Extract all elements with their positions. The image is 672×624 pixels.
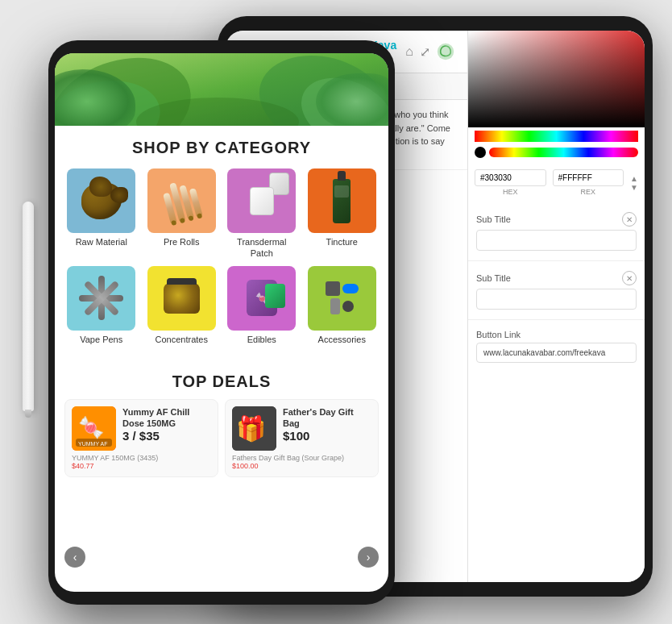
tridant-small-icon: [437, 43, 454, 60]
category-img-accessories: [308, 266, 376, 331]
category-label-accessories: Accessories: [318, 334, 366, 345]
deal-name-2: Father's Day Gift Bag: [283, 406, 371, 430]
svg-text:🎁: 🎁: [236, 414, 267, 443]
sub-title-section-2: Sub Title ✕: [468, 261, 645, 320]
deal-footer-name-1: YUMMY AF 150MG (3435): [72, 454, 211, 462]
category-label-vape-pens: Vape Pens: [80, 334, 122, 345]
category-img-vape-pens: [67, 266, 135, 331]
back-header-icons: ⌂ ⤢: [405, 43, 454, 60]
deal-footer-price-1: $40.77: [72, 462, 211, 470]
front-header-image: [55, 53, 388, 126]
top-deals-section: TOP DEALS 🍬 YUMMY AF: [55, 364, 388, 485]
category-img-raw-material: [67, 168, 135, 233]
gummies-product-svg: 🍬 YUMMY AF: [72, 406, 116, 451]
category-label-edibles: Edibles: [247, 334, 276, 345]
color-hue-bar[interactable]: [475, 131, 638, 142]
button-link-label: Button Link: [476, 330, 637, 339]
edibles-icon: 🍬: [247, 280, 277, 316]
gift-product-svg: 🎁: [232, 406, 276, 451]
value-down-btn[interactable]: ▼: [630, 183, 638, 192]
deal-footer-price-2: $100.00: [232, 462, 371, 470]
deal-price-2: $100: [283, 429, 371, 443]
category-item-transdermal-patch[interactable]: Transdermal Patch: [225, 168, 299, 260]
category-item-accessories[interactable]: Accessories: [305, 266, 380, 345]
home-icon[interactable]: ⌂: [405, 44, 413, 59]
expand-icon[interactable]: ⤢: [420, 44, 430, 60]
accessories-icon: [320, 281, 364, 314]
category-item-concentrates[interactable]: Concentrates: [145, 266, 219, 345]
hex-input[interactable]: [475, 169, 546, 186]
category-img-tincture: [308, 168, 376, 233]
value-up-btn[interactable]: ▲: [630, 174, 638, 183]
stylus: [23, 202, 34, 411]
color-picker-panel: HEX REX ▲ ▼ Sub Title ✕: [467, 31, 645, 582]
category-item-tincture[interactable]: Tincture: [305, 168, 380, 260]
category-item-raw-material[interactable]: Raw Material: [64, 168, 139, 260]
category-img-edibles: 🍬: [227, 266, 296, 331]
category-label-tincture: Tincture: [326, 236, 358, 248]
sub-title-section-1: Sub Title ✕: [468, 202, 645, 261]
category-img-concentrates: [147, 266, 216, 331]
vape-pens-icon: [79, 276, 123, 320]
rex-input[interactable]: [553, 169, 624, 186]
svg-text:YUMMY AF: YUMMY AF: [78, 441, 107, 447]
black-swatch[interactable]: [475, 147, 486, 158]
tablet-front: SHOP BY CATEGORY Raw Material: [48, 40, 395, 605]
sub-title-2-label: Sub Title ✕: [476, 271, 637, 285]
shop-by-category-title: SHOP BY CATEGORY: [64, 139, 379, 157]
header-leaves-svg: [55, 53, 388, 126]
category-grid-row1: Raw Material Pre: [64, 168, 379, 260]
svg-text:🍬: 🍬: [78, 414, 105, 440]
top-deals-title: TOP DEALS: [64, 372, 379, 391]
deal-footer-1: YUMMY AF 150MG (3435) $40.77: [72, 454, 211, 470]
concentrates-icon: [164, 283, 200, 314]
svg-text:🍬: 🍬: [255, 292, 270, 306]
button-link-input[interactable]: [476, 343, 637, 363]
sub-title-2-close-btn[interactable]: ✕: [622, 271, 637, 285]
deal-product-img-2: 🎁: [232, 406, 276, 451]
raw-bud-icon: [81, 183, 122, 219]
hex-label: HEX: [503, 188, 518, 196]
deal-name-1: Yummy AF Chill Dose 150MG: [122, 406, 211, 430]
category-item-vape-pens[interactable]: Vape Pens: [64, 266, 139, 345]
category-item-pre-rolls[interactable]: Pre Rolls: [145, 168, 219, 260]
rex-label: REX: [581, 188, 596, 196]
deals-grid: 🍬 YUMMY AF Yummy AF Chill Dose 150MG 3 /…: [64, 399, 379, 477]
hex-input-group: HEX: [475, 169, 546, 196]
button-link-section: Button Link: [468, 320, 645, 372]
deal-footer-2: Fathers Day Gift Bag (Sour Grape) $100.0…: [232, 454, 371, 470]
deal-footer-name-2: Fathers Day Gift Bag (Sour Grape): [232, 454, 371, 462]
deal-card-1[interactable]: 🍬 YUMMY AF Yummy AF Chill Dose 150MG 3 /…: [64, 399, 218, 477]
edibles-svg: 🍬: [254, 290, 270, 306]
sub-title-1-close-btn[interactable]: ✕: [622, 212, 637, 227]
deal-card-2[interactable]: 🎁 Father's Day Gift Bag $100 Fathers Day…: [225, 399, 379, 477]
deal-price-1: 3 / $35: [122, 429, 211, 443]
deal-product-img-1: 🍬 YUMMY AF: [72, 406, 116, 451]
prerolls-icon: [160, 178, 202, 224]
color-inputs: HEX REX ▲ ▼: [468, 163, 645, 202]
category-img-pre-rolls: [147, 168, 216, 233]
color-swatches: [468, 142, 645, 163]
patch-box-icon: [250, 187, 274, 215]
deal-info-2: Father's Day Gift Bag $100: [283, 406, 371, 443]
category-img-transdermal-patch: [227, 168, 296, 233]
color-spectrum-bar[interactable]: [489, 148, 638, 157]
category-item-edibles[interactable]: 🍬 Edibles: [225, 266, 299, 345]
deal-info-1: Yummy AF Chill Dose 150MG 3 / $35: [122, 406, 211, 443]
category-label-concentrates: Concentrates: [156, 334, 208, 345]
deal-card-1-inner: 🍬 YUMMY AF Yummy AF Chill Dose 150MG 3 /…: [72, 406, 211, 451]
shop-by-category-section: SHOP BY CATEGORY Raw Material: [55, 126, 388, 364]
rex-input-group: REX: [553, 169, 624, 196]
tincture-bottle-icon: [333, 179, 351, 223]
sub-title-1-label: Sub Title ✕: [476, 212, 637, 227]
nav-arrow-left[interactable]: ‹: [64, 547, 85, 568]
nav-arrow-right[interactable]: ›: [358, 547, 379, 568]
category-label-transdermal-patch: Transdermal Patch: [225, 236, 299, 260]
color-gradient[interactable]: [468, 31, 645, 127]
deal-card-2-inner: 🎁 Father's Day Gift Bag $100: [232, 406, 371, 451]
category-label-raw-material: Raw Material: [76, 236, 127, 248]
category-grid-row2: Vape Pens Concentrates: [64, 266, 379, 345]
category-label-pre-rolls: Pre Rolls: [164, 236, 200, 248]
sub-title-1-input[interactable]: [476, 230, 637, 251]
sub-title-2-input[interactable]: [476, 289, 637, 310]
